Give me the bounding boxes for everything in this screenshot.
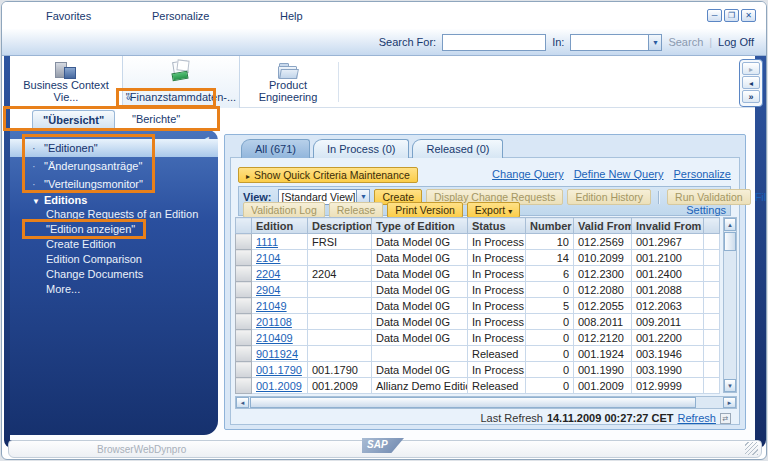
column-header[interactable]: Type of Edition — [372, 218, 468, 234]
print-version-button[interactable]: Print Version — [387, 202, 463, 218]
quick-criteria-row: ▸Show Quick Criteria Maintenance Change … — [238, 165, 731, 183]
number-cell: 6 — [526, 266, 574, 282]
row-selector[interactable] — [236, 314, 252, 330]
release-button[interactable]: Release — [329, 202, 384, 218]
filler-cell — [704, 298, 720, 314]
tab-business-context[interactable]: Business Context Vie... — [10, 56, 122, 108]
scroll-down-icon[interactable]: ▼ — [724, 379, 736, 392]
status-cell: In Process — [468, 282, 526, 298]
search-in-dropdown[interactable]: ▼ — [570, 34, 662, 51]
column-header[interactable]: Status — [468, 218, 526, 234]
number-cell: 0 — [526, 378, 574, 394]
row-selector[interactable] — [236, 346, 252, 362]
change-query-link[interactable]: Change Query — [492, 168, 564, 180]
maximize-icon[interactable]: ❐ — [724, 9, 739, 22]
resize-grip-icon[interactable] — [745, 442, 758, 455]
edition-link[interactable]: 2904 — [256, 284, 280, 296]
main-panel: All (671) In Process (0) Released (0) ▸S… — [224, 134, 746, 430]
filler-cell — [704, 378, 720, 394]
valid-from-cell: 012.2569 — [574, 234, 632, 250]
number-cell: 14 — [526, 250, 574, 266]
tab-all[interactable]: All (671) — [241, 139, 310, 158]
description-cell: 2204 — [308, 266, 372, 282]
scroll-left-icon[interactable]: ◄ — [236, 397, 249, 408]
row-selector[interactable] — [236, 234, 252, 250]
separator: | — [709, 36, 712, 48]
description-cell — [308, 330, 372, 346]
sidebar-link-edition-comparison[interactable]: Edition Comparison — [46, 252, 212, 267]
status-cell: In Process — [468, 298, 526, 314]
invalid-from-cell: 001.2400 — [632, 266, 704, 282]
edition-link[interactable]: 9011924 — [256, 348, 298, 360]
nav-back-icon[interactable]: ◂ — [742, 76, 760, 89]
refresh-link[interactable]: Refresh — [677, 412, 716, 424]
search-input[interactable] — [442, 34, 546, 51]
chevron-down-icon[interactable]: ▼ — [648, 35, 661, 50]
row-selector[interactable] — [236, 250, 252, 266]
horizontal-scrollbar[interactable]: ◄ ► — [235, 396, 737, 409]
column-header[interactable]: Description — [308, 218, 372, 234]
column-header[interactable]: Valid From — [574, 218, 632, 234]
edition-link[interactable]: 2104 — [256, 252, 280, 264]
last-refresh-value: 14.11.2009 00:27:27 CET — [547, 412, 674, 424]
tab-product-engineering[interactable]: Product Engineering — [240, 56, 336, 108]
nav-forward-icon[interactable]: ▸ — [742, 62, 760, 75]
column-header[interactable]: Edition — [252, 218, 308, 234]
vertical-scroll-thumb[interactable] — [724, 232, 736, 251]
valid-from-cell: 001.1924 — [574, 346, 632, 362]
filter-link[interactable]: Filter — [755, 191, 767, 203]
personalize-link[interactable]: Personalize — [674, 168, 731, 180]
status-cell: Released — [468, 378, 526, 394]
edition-link[interactable]: 1111 — [256, 236, 278, 248]
menu-arrow-icon: ▾ — [508, 207, 512, 216]
edition-link[interactable]: 210409 — [256, 332, 293, 344]
row-selector[interactable] — [236, 298, 252, 314]
row-selector[interactable] — [236, 282, 252, 298]
tab-in-process[interactable]: In Process (0) — [313, 139, 409, 158]
vertical-scrollbar[interactable]: ▲ ▼ — [723, 217, 737, 393]
nav-expand-icon[interactable]: » — [742, 90, 760, 103]
status-cell: In Process — [468, 330, 526, 346]
menu-favorites[interactable]: Favorites — [46, 10, 91, 22]
button-label: Show Quick Criteria Maintenance — [254, 169, 410, 181]
define-new-query-link[interactable]: Define New Query — [574, 168, 664, 180]
edition-link[interactable]: 2204 — [256, 268, 280, 280]
close-icon[interactable]: ✕ — [741, 9, 756, 22]
scroll-up-icon[interactable]: ▲ — [724, 218, 736, 231]
filler-cell — [704, 346, 720, 362]
row-selector[interactable] — [236, 362, 252, 378]
edition-link[interactable]: 001.2009 — [256, 380, 302, 392]
menu-personalize[interactable]: Personalize — [152, 10, 209, 22]
edition-link[interactable]: 201108 — [256, 316, 292, 328]
panel-inner: ▸Show Quick Criteria Maintenance Change … — [230, 157, 740, 425]
scroll-right-icon[interactable]: ► — [723, 397, 736, 408]
search-button[interactable]: Search — [668, 36, 703, 48]
filler-cell — [704, 282, 720, 298]
validation-log-button[interactable]: Validation Log — [243, 202, 325, 218]
sidebar-link-more[interactable]: More... — [46, 282, 212, 297]
search-for-label: Search For: — [379, 36, 436, 48]
edition-link[interactable]: 21049 — [256, 300, 287, 312]
settings-link[interactable]: Settings — [686, 204, 726, 216]
column-header[interactable]: Number — [526, 218, 574, 234]
row-selector[interactable] — [236, 378, 252, 394]
menu-help[interactable]: Help — [280, 10, 303, 22]
refresh-options-icon[interactable]: ⇄ — [720, 413, 731, 424]
annotation-box-edition-anzeigen — [22, 219, 146, 239]
logoff-link[interactable]: Log Off — [718, 36, 754, 48]
minimize-icon[interactable]: ─ — [707, 9, 722, 22]
show-quick-criteria-button[interactable]: ▸Show Quick Criteria Maintenance — [238, 167, 418, 183]
row-selector[interactable] — [236, 266, 252, 282]
row-selector[interactable] — [236, 330, 252, 346]
edition-link[interactable]: 001.1790 — [256, 364, 302, 376]
tab-released[interactable]: Released (0) — [412, 139, 503, 158]
sidebar-section-editions[interactable]: ▼Editions — [32, 194, 87, 206]
horizontal-scroll-thumb[interactable] — [250, 397, 696, 408]
description-cell — [308, 250, 372, 266]
export-button[interactable]: Export▾ — [467, 202, 520, 218]
column-header[interactable]: Invalid From — [632, 218, 704, 234]
sidebar-link-create-edition[interactable]: Create Edition — [46, 237, 212, 252]
search-bar: Search For: In: ▼ Search | Log Off — [2, 29, 766, 56]
edition-cell: 001.2009 — [252, 378, 308, 394]
sidebar-link-change-documents[interactable]: Change Documents — [46, 267, 212, 282]
